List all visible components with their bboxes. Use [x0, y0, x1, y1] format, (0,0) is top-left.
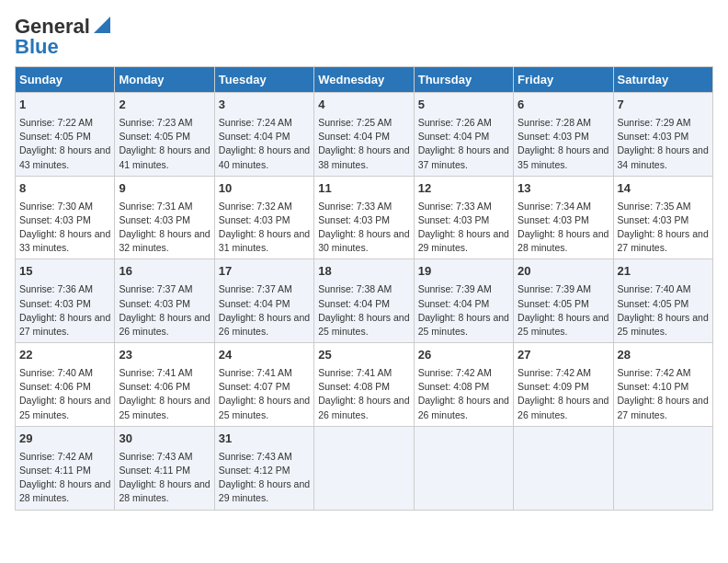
day-number: 3 [219, 97, 310, 114]
sunset-text: Sunset: 4:08 PM [418, 381, 490, 392]
sunrise-text: Sunrise: 7:30 AM [19, 201, 93, 212]
daylight-text: Daylight: 8 hours and 26 minutes. [518, 395, 609, 419]
sunrise-text: Sunrise: 7:31 AM [119, 201, 192, 212]
calendar-cell: 28Sunrise: 7:42 AMSunset: 4:10 PMDayligh… [613, 343, 712, 427]
weekday-header-wednesday: Wednesday [314, 67, 414, 93]
logo: General Blue [15, 15, 110, 59]
day-number: 4 [318, 97, 409, 114]
sunset-text: Sunset: 4:12 PM [219, 465, 290, 476]
day-number: 22 [19, 347, 110, 364]
sunrise-text: Sunrise: 7:23 AM [119, 117, 192, 128]
daylight-text: Daylight: 8 hours and 25 minutes. [518, 312, 609, 337]
sunrise-text: Sunrise: 7:36 AM [19, 283, 93, 294]
day-number: 9 [119, 180, 210, 198]
sunrise-text: Sunrise: 7:39 AM [518, 283, 591, 294]
calendar-cell: 7Sunrise: 7:29 AMSunset: 4:03 PMDaylight… [613, 93, 712, 177]
daylight-text: Daylight: 8 hours and 26 minutes. [418, 395, 509, 419]
day-number: 8 [19, 180, 110, 198]
day-number: 30 [119, 431, 210, 448]
calendar-cell: 4Sunrise: 7:25 AMSunset: 4:04 PMDaylight… [314, 93, 414, 177]
calendar-week-row: 22Sunrise: 7:40 AMSunset: 4:06 PMDayligh… [16, 343, 713, 427]
sunset-text: Sunset: 4:04 PM [318, 131, 390, 142]
day-number: 1 [19, 97, 110, 114]
daylight-text: Daylight: 8 hours and 28 minutes. [19, 478, 110, 503]
daylight-text: Daylight: 8 hours and 25 minutes. [418, 312, 509, 337]
weekday-header-sunday: Sunday [16, 67, 115, 93]
daylight-text: Daylight: 8 hours and 28 minutes. [119, 478, 210, 503]
sunset-text: Sunset: 4:03 PM [119, 298, 190, 309]
daylight-text: Daylight: 8 hours and 27 minutes. [618, 228, 709, 253]
calendar-cell [314, 426, 414, 510]
weekday-header-saturday: Saturday [613, 67, 712, 93]
sunrise-text: Sunrise: 7:37 AM [119, 283, 192, 294]
sunrise-text: Sunrise: 7:40 AM [618, 283, 691, 294]
page-header: General Blue [15, 15, 713, 59]
calendar-body: 1Sunrise: 7:22 AMSunset: 4:05 PMDaylight… [16, 93, 713, 511]
calendar-cell: 10Sunrise: 7:32 AMSunset: 4:03 PMDayligh… [214, 176, 313, 259]
weekday-header-row: SundayMondayTuesdayWednesdayThursdayFrid… [16, 67, 713, 93]
sunset-text: Sunset: 4:04 PM [318, 298, 390, 309]
daylight-text: Daylight: 8 hours and 26 minutes. [119, 312, 210, 337]
calendar-cell: 18Sunrise: 7:38 AMSunset: 4:04 PMDayligh… [314, 259, 414, 343]
sunset-text: Sunset: 4:03 PM [19, 298, 91, 309]
daylight-text: Daylight: 8 hours and 29 minutes. [418, 228, 509, 253]
sunset-text: Sunset: 4:04 PM [418, 131, 490, 142]
calendar-cell: 19Sunrise: 7:39 AMSunset: 4:04 PMDayligh… [414, 259, 513, 343]
calendar-cell: 25Sunrise: 7:41 AMSunset: 4:08 PMDayligh… [314, 343, 414, 427]
daylight-text: Daylight: 8 hours and 35 minutes. [518, 144, 609, 169]
daylight-text: Daylight: 8 hours and 34 minutes. [618, 144, 709, 169]
sunrise-text: Sunrise: 7:41 AM [219, 367, 292, 378]
day-number: 13 [518, 180, 609, 198]
day-number: 6 [518, 97, 609, 114]
sunset-text: Sunset: 4:04 PM [418, 298, 490, 309]
calendar-cell: 5Sunrise: 7:26 AMSunset: 4:04 PMDaylight… [414, 93, 513, 177]
calendar-cell: 2Sunrise: 7:23 AMSunset: 4:05 PMDaylight… [115, 93, 214, 177]
sunrise-text: Sunrise: 7:35 AM [618, 201, 691, 212]
sunset-text: Sunset: 4:03 PM [418, 214, 490, 225]
daylight-text: Daylight: 8 hours and 43 minutes. [19, 144, 110, 169]
sunset-text: Sunset: 4:10 PM [618, 381, 689, 392]
daylight-text: Daylight: 8 hours and 25 minutes. [618, 312, 709, 337]
sunset-text: Sunset: 4:03 PM [618, 131, 689, 142]
calendar-cell: 3Sunrise: 7:24 AMSunset: 4:04 PMDaylight… [214, 93, 313, 177]
calendar-cell: 31Sunrise: 7:43 AMSunset: 4:12 PMDayligh… [214, 426, 313, 510]
day-number: 23 [119, 347, 210, 364]
sunset-text: Sunset: 4:03 PM [119, 214, 190, 225]
calendar-cell: 1Sunrise: 7:22 AMSunset: 4:05 PMDaylight… [16, 93, 115, 177]
calendar-week-row: 15Sunrise: 7:36 AMSunset: 4:03 PMDayligh… [16, 259, 713, 343]
sunset-text: Sunset: 4:06 PM [19, 381, 91, 392]
daylight-text: Daylight: 8 hours and 40 minutes. [219, 144, 310, 169]
daylight-text: Daylight: 8 hours and 33 minutes. [19, 228, 110, 253]
day-number: 26 [418, 347, 509, 364]
sunrise-text: Sunrise: 7:43 AM [219, 451, 292, 462]
calendar-cell: 24Sunrise: 7:41 AMSunset: 4:07 PMDayligh… [214, 343, 313, 427]
logo-blue: Blue [15, 35, 59, 59]
svg-marker-0 [94, 17, 110, 33]
sunrise-text: Sunrise: 7:38 AM [318, 283, 392, 294]
calendar-cell: 26Sunrise: 7:42 AMSunset: 4:08 PMDayligh… [414, 343, 513, 427]
daylight-text: Daylight: 8 hours and 27 minutes. [19, 312, 110, 337]
sunrise-text: Sunrise: 7:22 AM [19, 117, 93, 128]
sunset-text: Sunset: 4:05 PM [119, 131, 190, 142]
sunset-text: Sunset: 4:05 PM [518, 298, 589, 309]
calendar-cell: 15Sunrise: 7:36 AMSunset: 4:03 PMDayligh… [16, 259, 115, 343]
calendar-cell [613, 426, 712, 510]
daylight-text: Daylight: 8 hours and 25 minutes. [119, 395, 210, 419]
sunrise-text: Sunrise: 7:32 AM [219, 201, 292, 212]
sunset-text: Sunset: 4:05 PM [618, 298, 689, 309]
sunset-text: Sunset: 4:04 PM [219, 298, 290, 309]
weekday-header-monday: Monday [115, 67, 214, 93]
sunrise-text: Sunrise: 7:28 AM [518, 117, 591, 128]
day-number: 29 [19, 431, 110, 448]
calendar-cell: 8Sunrise: 7:30 AMSunset: 4:03 PMDaylight… [16, 176, 115, 259]
sunset-text: Sunset: 4:03 PM [219, 214, 290, 225]
sunrise-text: Sunrise: 7:33 AM [318, 201, 392, 212]
daylight-text: Daylight: 8 hours and 32 minutes. [119, 228, 210, 253]
day-number: 10 [219, 180, 310, 198]
daylight-text: Daylight: 8 hours and 31 minutes. [219, 228, 310, 253]
sunrise-text: Sunrise: 7:24 AM [219, 117, 292, 128]
calendar-cell: 21Sunrise: 7:40 AMSunset: 4:05 PMDayligh… [613, 259, 712, 343]
calendar-cell: 20Sunrise: 7:39 AMSunset: 4:05 PMDayligh… [514, 259, 613, 343]
sunrise-text: Sunrise: 7:39 AM [418, 283, 492, 294]
calendar-cell [414, 426, 513, 510]
